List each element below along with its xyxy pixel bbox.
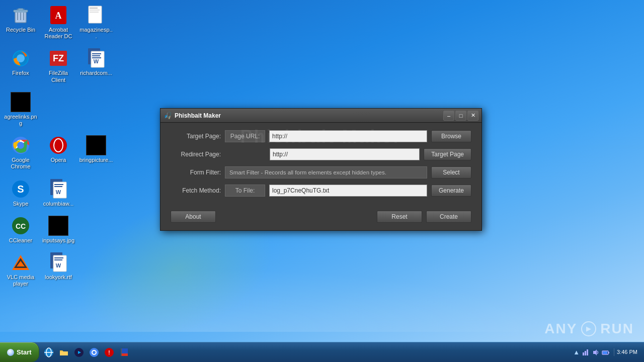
- desktop-icon-label: VLC media player: [4, 274, 38, 287]
- desktop-icon-opera[interactable]: Opera: [40, 133, 76, 172]
- svg-point-27: [50, 137, 67, 154]
- minimize-button[interactable]: –: [443, 111, 454, 121]
- anyrun-play-icon: ▶: [581, 321, 596, 336]
- bringpicture-icon: [86, 135, 106, 155]
- desktop-icon-vlc[interactable]: VLC media player: [3, 250, 39, 290]
- network-icon: [582, 348, 590, 356]
- tray-icon-1[interactable]: ▲: [573, 348, 580, 356]
- desktop-icon-recycle-bin[interactable]: Recycle Bin: [3, 3, 39, 42]
- desktop-icon-agreelinks[interactable]: agreelinks.png: [3, 89, 39, 129]
- desktop-icon-magazines[interactable]: magazinesp...: [78, 3, 114, 42]
- opera-icon: [48, 135, 68, 155]
- desktop-icon-label: Google Chrome: [4, 157, 38, 170]
- generate-button[interactable]: Generate: [431, 185, 471, 197]
- target-page-label: Target Page:: [171, 133, 221, 140]
- filezilla-icon: FZ: [48, 48, 68, 68]
- clock-time: 3:46 PM: [617, 348, 637, 355]
- desktop-icon-firefox[interactable]: Firefox: [3, 46, 39, 85]
- reset-button[interactable]: Reset: [377, 211, 422, 223]
- battery-icon: [602, 348, 610, 356]
- select-button[interactable]: Select: [431, 166, 471, 178]
- taskbar-media-icon[interactable]: [72, 345, 86, 359]
- desktop-icon-richardcom[interactable]: W richardcom...: [78, 46, 114, 85]
- desktop-icon-bringpicture[interactable]: bringpicture...: [78, 133, 114, 172]
- dialog-title: Phishbait Maker: [175, 112, 443, 119]
- redirect-page-row: Redirect Page: Target Page: [171, 148, 471, 160]
- about-button[interactable]: About: [171, 211, 216, 223]
- fetch-method-row: Fetch Method: To File: Generate: [171, 185, 471, 197]
- taskbar-ie-icon[interactable]: [42, 345, 56, 359]
- svg-text:S: S: [17, 184, 24, 195]
- taskbar-chrome-icon[interactable]: [87, 345, 101, 359]
- start-label: Start: [17, 348, 32, 356]
- anyrun-text-any: ANY: [544, 321, 577, 337]
- svg-rect-57: [121, 353, 128, 356]
- svg-rect-60: [585, 351, 586, 355]
- svg-rect-64: [608, 352, 609, 353]
- desktop-icon-label: agreelinks.png: [4, 114, 38, 127]
- desktop-icon-ccleaner[interactable]: CC CCleaner: [3, 213, 39, 246]
- redirect-url-input[interactable]: [270, 148, 420, 160]
- desktop-icon-lookyork[interactable]: W lookyork.rtf: [40, 250, 76, 290]
- svg-text:CC: CC: [16, 222, 26, 230]
- taskbar-folder-icon[interactable]: [57, 345, 71, 359]
- columbiaw-icon: W: [48, 179, 68, 199]
- footer-right-buttons: Reset Create: [377, 211, 471, 223]
- taskbar-flag-icon[interactable]: [117, 345, 131, 359]
- dialog-footer: About Reset Create: [171, 206, 471, 223]
- desktop-icon-skype[interactable]: S Skype: [3, 176, 39, 210]
- desktop-icon-label: lookyork.rtf: [45, 274, 72, 281]
- dialog-titlebar: 🎣 Phishbait Maker – □ ✕: [160, 109, 481, 123]
- target-page-button[interactable]: Target Page: [424, 148, 471, 160]
- start-orb-icon: [7, 349, 14, 356]
- taskbar-items: !: [39, 342, 570, 362]
- desktop-icon-label: bringpicture...: [79, 157, 113, 163]
- inputsays-icon: [48, 216, 68, 236]
- window-controls: – □ ✕: [443, 111, 478, 121]
- dialog-app-icon: 🎣: [164, 112, 172, 120]
- desktop-icon-label: magazinesp...: [79, 27, 113, 40]
- taskbar-right: ▲ 3:46 PM: [569, 342, 644, 362]
- svg-rect-20: [92, 53, 101, 54]
- browse-button[interactable]: Browse: [431, 130, 471, 142]
- lookyork-icon: W: [48, 252, 68, 273]
- create-button[interactable]: Create: [426, 211, 471, 223]
- firefox-icon: [11, 48, 31, 68]
- chrome-icon: [11, 135, 31, 155]
- page-url-sublabel: Page URL:: [225, 130, 265, 142]
- desktop-icon-label: Skype: [13, 201, 29, 207]
- svg-rect-65: [603, 351, 607, 354]
- svg-point-15: [17, 54, 25, 62]
- system-clock[interactable]: 3:46 PM: [614, 348, 640, 355]
- desktop-icon-columbiaw[interactable]: W columbiaw...: [40, 176, 76, 210]
- svg-rect-56: [121, 348, 128, 353]
- taskbar-security-icon[interactable]: !: [102, 345, 116, 359]
- target-page-row: Target Page: Page URL: Browse: [171, 130, 471, 142]
- desktop-icon-label: Acrobat Reader DC: [41, 27, 75, 40]
- anyrun-logo: ANY ▶ RUN: [544, 321, 634, 337]
- close-button[interactable]: ✕: [467, 111, 478, 121]
- desktop-icon-chrome[interactable]: Google Chrome: [3, 133, 39, 172]
- start-button[interactable]: Start: [0, 342, 39, 362]
- maximize-button[interactable]: □: [455, 111, 466, 121]
- desktop-icon-inputsays[interactable]: inputsays.jpg: [40, 213, 76, 246]
- desktop-icon-label: CCleaner: [9, 237, 32, 244]
- svg-rect-12: [90, 10, 100, 11]
- svg-rect-43: [54, 257, 63, 258]
- desktop-icon-filezilla[interactable]: FZ FileZilla Client: [40, 46, 76, 85]
- svg-text:!: !: [108, 350, 110, 355]
- recycle-bin-icon: [11, 5, 31, 25]
- svg-rect-10: [89, 6, 102, 23]
- anyrun-text-run: RUN: [600, 321, 634, 337]
- desktop-icon-acrobat[interactable]: A Acrobat Reader DC: [40, 3, 76, 42]
- svg-marker-62: [593, 349, 597, 355]
- acrobat-icon: A: [48, 5, 68, 25]
- svg-text:W: W: [56, 262, 61, 268]
- richardcom-icon: W: [86, 48, 106, 68]
- page-url-input[interactable]: [269, 130, 427, 142]
- desktop-icon-label: richardcom...: [80, 70, 112, 76]
- svg-text:W: W: [94, 58, 99, 64]
- fetch-file-input[interactable]: [269, 185, 427, 197]
- svg-text:A: A: [55, 11, 62, 21]
- svg-rect-1: [14, 10, 28, 12]
